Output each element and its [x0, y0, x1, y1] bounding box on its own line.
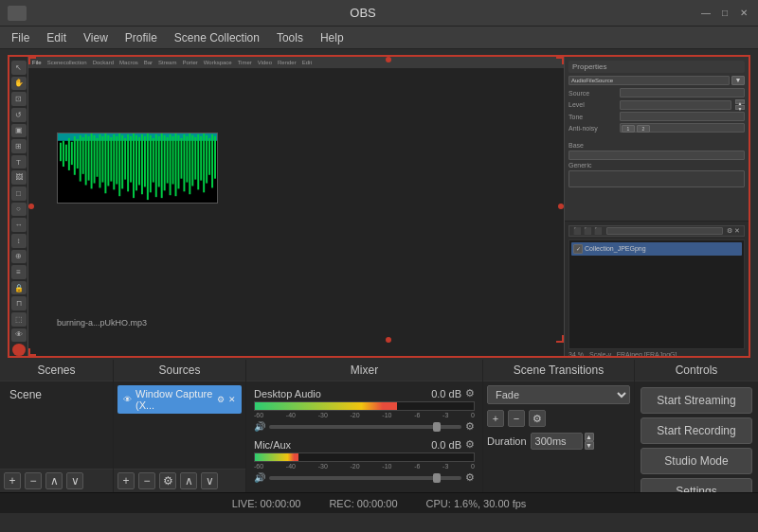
toolbar-hand[interactable]: ✋ [11, 77, 27, 91]
inner-menu-scenecollection: Scenecollection [47, 60, 87, 65]
transition-type-select[interactable]: Fade Cut Swipe [487, 385, 630, 404]
inner-menu-timer: Timer [238, 60, 252, 65]
prop-input-level[interactable] [620, 100, 731, 110]
toolbar-rotate[interactable]: ↺ [11, 108, 27, 122]
transition-remove-btn[interactable]: − [508, 410, 525, 427]
menu-item-tools[interactable]: Tools [269, 29, 311, 46]
toolbar-color[interactable] [12, 344, 26, 356]
menu-item-view[interactable]: View [76, 29, 116, 46]
prop-spin-down[interactable]: ▼ [735, 105, 745, 110]
duration-spin-up[interactable]: ▲ [585, 433, 594, 441]
selection-handle-bm [386, 337, 391, 343]
mixer-mic-handle[interactable] [433, 473, 441, 483]
sources-add-btn[interactable]: + [117, 472, 135, 489]
scene-item-default[interactable]: Scene [4, 385, 109, 404]
toolbar-text[interactable]: T [11, 155, 27, 169]
prop-label-tone: Tone [568, 114, 616, 120]
toolbar-flip-v[interactable]: ↕ [11, 234, 27, 248]
svg-rect-24 [121, 135, 123, 188]
close-button[interactable]: ✕ [737, 7, 750, 20]
prop-spin-up[interactable]: ▲ [735, 99, 745, 104]
inner-menu-edit: Edit [302, 60, 312, 65]
maximize-button[interactable]: □ [718, 7, 731, 20]
inner-source-item[interactable]: ✓ Collection_JPEGpng [571, 242, 742, 256]
mixer-desktop-speaker[interactable]: 🔊 [254, 421, 265, 432]
svg-rect-55 [208, 138, 210, 175]
toolbar-layers[interactable]: ⬚ [11, 312, 27, 327]
prop-source-dropdown[interactable]: AudioFileSource [568, 76, 730, 85]
mic-label-20: -20 [350, 463, 359, 470]
mixer-desktop-slider[interactable] [269, 425, 461, 429]
toolbar-lock[interactable]: 🔒 [11, 281, 27, 295]
menu-item-help[interactable]: Help [313, 29, 352, 46]
scenes-remove-btn[interactable]: − [25, 472, 42, 489]
source-settings-icon[interactable]: ⚙ [217, 395, 225, 404]
prop-input-tone[interactable] [620, 112, 745, 121]
source-item-window-capture[interactable]: 👁 Window Capture (X... ⚙ ✕ [117, 385, 242, 414]
label-40: -40 [286, 412, 296, 418]
start-streaming-button[interactable]: Start Streaming [641, 387, 752, 414]
svg-rect-2 [60, 143, 62, 161]
selection-handle-br [556, 335, 564, 343]
mixer-mic-gear2[interactable]: ⚙ [465, 471, 475, 484]
toolbar-pointer[interactable]: ↖ [11, 61, 27, 75]
mixer-mic-speaker[interactable]: 🔊 [254, 472, 265, 483]
scenes-add-btn[interactable]: + [4, 472, 21, 489]
toolbar-center[interactable]: ⊕ [11, 250, 27, 264]
inner-panel-btn[interactable]: ⚙ ✕ [727, 227, 740, 235]
toolbar-filter[interactable]: ▣ [11, 124, 27, 138]
toolbar-crop[interactable]: ⊡ [11, 92, 27, 106]
inner-search-box[interactable] [606, 227, 723, 235]
transition-duration-row: + − ⚙ [487, 410, 630, 427]
menu-item-scene-collection[interactable]: Scene Collection [167, 29, 267, 46]
toolbar-transform[interactable]: ⊞ [11, 139, 27, 153]
source-eye-icon[interactable]: 👁 [123, 395, 132, 404]
mixer-desktop-db: 0.0 dB [431, 388, 461, 399]
bottom-panel: Scenes Scene + − ∧ ∨ Sources 👁 Window Ca… [0, 360, 758, 492]
prop-input-source[interactable] [620, 88, 745, 98]
menu-item-file[interactable]: File [4, 29, 37, 46]
scenes-up-btn[interactable]: ∧ [45, 472, 63, 489]
mixer-desktop-gear[interactable]: ⚙ [465, 387, 475, 399]
mixer-mic-gear[interactable]: ⚙ [465, 438, 475, 451]
toolbar-circle[interactable]: ○ [11, 203, 27, 217]
mixer-desktop-gear2[interactable]: ⚙ [465, 420, 475, 433]
duration-spin-down[interactable]: ▼ [585, 441, 594, 450]
titlebar-icon [8, 6, 27, 21]
prop-base-input[interactable] [568, 151, 745, 160]
start-recording-button[interactable]: Start Recording [641, 417, 752, 444]
menu-item-profile[interactable]: Profile [117, 29, 165, 46]
prop-generic-area[interactable] [568, 170, 745, 187]
menu-item-edit[interactable]: Edit [39, 29, 74, 46]
titlebar: OBS — □ ✕ [0, 0, 758, 27]
sources-settings-btn[interactable]: ⚙ [159, 472, 176, 489]
mixer-desktop-handle[interactable] [433, 422, 441, 432]
inner-status-bar: 34 % Scale-v...FRAjpeg [FRAJpgG] [568, 351, 745, 356]
scenes-down-btn[interactable]: ∨ [66, 472, 83, 489]
toolbar-group[interactable]: ⊓ [11, 296, 27, 310]
prop-dropdown-arrow[interactable]: ▼ [731, 76, 745, 85]
transition-settings-btn[interactable]: ⚙ [529, 410, 546, 427]
transition-add-btn[interactable]: + [487, 410, 504, 427]
inner-menu-workspace: Workspace [204, 60, 232, 65]
toolbar-rect[interactable]: □ [11, 186, 27, 201]
svg-rect-14 [94, 135, 96, 184]
toolbar-eye[interactable]: 👁 [11, 328, 27, 343]
toolbar-align[interactable]: ≡ [11, 265, 27, 279]
minimize-button[interactable]: — [699, 7, 713, 20]
source-close-icon[interactable]: ✕ [228, 395, 236, 404]
prop-input-antinoisy[interactable]: 1 2 [620, 123, 745, 133]
studio-mode-button[interactable]: Studio Mode [641, 448, 752, 474]
inner-source-name: Collection_JPEGpng [585, 245, 646, 252]
toolbar-image[interactable]: 🖼 [11, 170, 27, 185]
toolbar-flip-h[interactable]: ↔ [11, 218, 27, 232]
inner-source-checkbox[interactable]: ✓ [573, 244, 583, 254]
sources-up-btn[interactable]: ∧ [180, 472, 197, 489]
sources-down-btn[interactable]: ∨ [201, 472, 218, 489]
controls-header: Controls [635, 360, 758, 381]
duration-input[interactable] [531, 433, 583, 450]
sources-remove-btn[interactable]: − [138, 472, 155, 489]
settings-button[interactable]: Settings [641, 478, 752, 492]
mixer-mic-slider[interactable] [269, 476, 461, 480]
svg-rect-36 [155, 134, 157, 197]
